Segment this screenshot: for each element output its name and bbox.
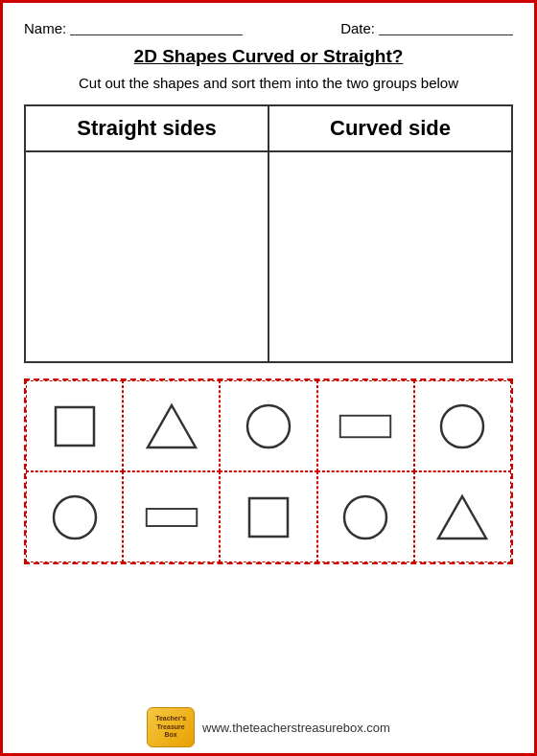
curved-side-cell: [268, 151, 512, 362]
triangle-shape-2: [433, 489, 491, 546]
logo: Teacher'sTreasureBox: [147, 707, 195, 747]
rectangle-shape-1: [337, 398, 394, 455]
square-shape-1: [46, 398, 104, 455]
name-input-line: [70, 22, 243, 35]
circle-shape-4: [337, 489, 394, 546]
footer: Teacher'sTreasureBox www.theteacherstrea…: [3, 707, 534, 747]
svg-rect-0: [56, 407, 94, 446]
cutout-cell-circle-3: [26, 471, 123, 562]
date-label: Date:: [340, 20, 375, 36]
footer-url: www.theteacherstreasurebox.com: [202, 721, 390, 735]
page-subtitle: Cut out the shapes and sort them into th…: [24, 75, 513, 91]
svg-point-8: [344, 496, 386, 538]
svg-rect-6: [147, 509, 198, 526]
col1-header: Straight sides: [25, 105, 268, 151]
svg-marker-9: [438, 496, 486, 538]
svg-rect-7: [249, 498, 288, 537]
cutout-grid: [26, 380, 511, 562]
square-shape-2: [240, 489, 297, 546]
circle-shape-1: [240, 398, 297, 455]
cutout-cell-square-2: [220, 471, 316, 562]
name-label: Name:: [24, 20, 66, 36]
header-row: Name: Date:: [24, 20, 513, 36]
straight-sides-cell: [25, 151, 268, 362]
cutout-cell-circle-2: [414, 380, 511, 471]
circle-shape-2: [433, 398, 491, 455]
cutout-area: [24, 378, 513, 564]
col2-header: Curved side: [268, 105, 512, 151]
date-input-line: [379, 22, 513, 35]
svg-rect-3: [340, 415, 391, 437]
cutout-cell-triangle-1: [123, 380, 220, 471]
svg-marker-1: [148, 405, 196, 447]
cutout-cell-square-1: [26, 380, 123, 471]
cutout-cell-triangle-2: [414, 471, 511, 562]
page-title: 2D Shapes Curved or Straight?: [24, 46, 513, 67]
svg-point-4: [441, 405, 483, 447]
cutout-cell-circle-4: [317, 471, 414, 562]
rectangle-shape-2: [143, 489, 200, 546]
sort-table: Straight sides Curved side: [24, 104, 513, 363]
name-field: Name:: [24, 20, 243, 36]
svg-point-2: [247, 405, 290, 447]
cutout-cell-rectangle-1: [317, 380, 414, 471]
page: Name: Date: 2D Shapes Curved or Straight…: [3, 3, 534, 584]
cutout-cell-rectangle-2: [123, 471, 220, 562]
circle-shape-3: [46, 489, 104, 546]
date-field: Date:: [340, 20, 513, 36]
triangle-shape-1: [143, 398, 200, 455]
cutout-cell-circle-1: [220, 380, 316, 471]
svg-point-5: [54, 496, 96, 538]
